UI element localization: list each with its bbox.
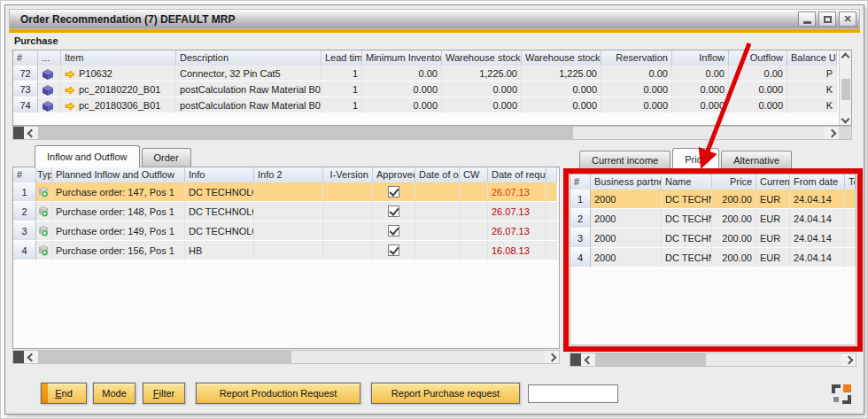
items-row[interactable]: 73 pc_20180220_B01 postCalculation Raw M… [13,81,839,97]
order-row[interactable]: 3 Purchase order: 149, Pos 1 DC TECHNOLO… [13,221,559,241]
approved-checkbox[interactable] [388,186,399,198]
approved-checkbox[interactable] [388,244,399,256]
scrollbar-track[interactable] [595,353,841,366]
row-number-cell[interactable]: 1 [13,182,36,202]
price-row[interactable]: 4 2000 DC TECHN 200.00 EUR 24.04.14 [570,248,856,268]
tab-price[interactable]: Price [672,148,719,170]
row-number-cell[interactable]: 73 [13,81,38,97]
scroll-up-button[interactable] [840,50,851,63]
tab-alternative[interactable]: Alternative [721,151,792,170]
link-arrow-icon[interactable] [65,70,75,79]
items-grid: # ... Item Description Lead time Minimum… [12,50,852,126]
row-number-cell[interactable]: 72 [13,66,38,81]
price-horizontal-scrollbar[interactable] [570,353,856,367]
reservation-cell: 0.000 [601,81,672,97]
minimize-button[interactable] [798,12,816,27]
row-number-cell[interactable]: 4 [13,241,36,260]
tab-inflow-and-outflow[interactable]: Inflow and Outflow [35,145,140,167]
tab-order[interactable]: Order [142,148,191,167]
warehouse-stock-cell: 0.000 [522,81,601,97]
purchase-order-icon [37,186,50,198]
from-date-cell: 24.04.14 [790,209,845,229]
approved-checkbox[interactable] [388,206,399,217]
business-partner-cell: 2000 [591,190,662,209]
item-cube-icon [42,84,54,97]
items-row[interactable]: 74 pc_20180306_B01 postCalculation Raw M… [13,97,839,113]
scroll-left-button[interactable] [581,353,595,366]
order-row[interactable]: 1 Purchase order: 147, Pos 1 DC TECHNOLO… [13,182,559,202]
screen: Order Recommendation (7) DEFAULT MRP ✕ P… [0,0,868,419]
splitter-handle[interactable] [13,351,24,363]
footer-input[interactable] [528,384,618,403]
min-inventory-cell: 0.00 [362,66,442,81]
scrollbar-track[interactable] [38,351,545,363]
i-version-cell [323,182,373,202]
price-row[interactable]: 2 2000 DC TECHN 200.00 EUR 24.04.14 [570,209,856,229]
scrollbar-thumb[interactable] [38,127,573,139]
scrollbar-thumb[interactable] [38,351,291,363]
row-number-cell[interactable]: 3 [570,229,591,248]
date-of-requirement-cell: 16.08.13 [488,241,546,260]
items-horizontal-scrollbar[interactable] [12,126,852,140]
currency-cell: EUR [756,209,790,229]
items-vertical-scrollbar[interactable] [839,50,851,125]
price-row[interactable]: 3 2000 DC TECHN 200.00 EUR 24.04.14 [570,229,856,248]
col-header-balance-uom: Balance U [787,50,837,66]
i-version-cell [323,241,373,260]
report-production-request-button[interactable]: Report Production Request [196,383,360,404]
row-number-cell[interactable]: 74 [13,97,38,113]
maximize-icon [824,16,832,23]
row-number-cell[interactable]: 3 [13,221,36,241]
window-titlebar[interactable]: Order Recommendation (7) DEFAULT MRP ✕ [9,9,860,29]
check-icon [389,206,399,216]
currency-cell: EUR [756,229,790,248]
from-date-cell: 24.04.14 [790,229,845,248]
scrollbar-thumb[interactable] [841,79,850,100]
scrollbar-track[interactable] [38,127,825,139]
price-cell: 200.00 [712,190,756,209]
orders-horizontal-scrollbar[interactable] [12,350,560,364]
approved-checkbox[interactable] [388,225,399,237]
balance-uom-cell: K [787,81,837,97]
outflow-cell: 0.000 [729,81,787,97]
item-description: Connector, 32 Pin Cat5 [176,66,322,81]
scroll-right-button[interactable] [841,353,856,366]
order-row[interactable]: 4 Purchase order: 156, Pos 1 HB 16.08.13 [13,241,559,260]
close-button[interactable]: ✕ [839,12,856,27]
chevron-left-icon [584,355,593,364]
maximize-button[interactable] [818,12,836,27]
row-number-cell[interactable]: 2 [570,209,591,229]
col-header-warehouse-stock-1: Warehouse stock [442,50,522,66]
row-number-cell[interactable]: 2 [13,202,36,221]
splitter-handle[interactable] [13,127,24,139]
link-arrow-icon[interactable] [65,102,75,111]
end-button[interactable]: End [41,383,87,404]
chevron-right-icon [827,128,836,137]
items-row[interactable]: 72 P10632 Connector, 32 Pin Cat5 1 0.00 … [13,66,839,81]
expand-form-icon[interactable] [832,384,851,404]
link-arrow-icon[interactable] [65,86,75,95]
item-description: postCalculation Raw Material B01 [176,97,322,113]
planned-cell: Purchase order: 149, Pos 1 [52,221,185,241]
mode-button[interactable]: Mode [93,383,136,404]
row-number-cell[interactable]: 1 [570,190,591,209]
scroll-right-button[interactable] [545,351,559,363]
report-purchase-request-button[interactable]: Report Purchase request [371,383,520,404]
name-cell: DC TECHN [662,229,712,248]
row-number-cell[interactable]: 4 [570,248,591,268]
date-of-requirement-cell: 26.07.13 [488,221,546,241]
scroll-left-button[interactable] [24,351,38,363]
scroll-right-button[interactable] [825,127,839,139]
cw-cell [460,202,488,221]
scrollbar-thumb[interactable] [595,353,706,366]
scroll-down-button[interactable] [840,113,851,125]
tab-current-income[interactable]: Current income [579,151,670,170]
order-row[interactable]: 2 Purchase order: 148, Pos 1 DC TECHNOLO… [13,202,559,221]
scroll-left-button[interactable] [24,127,38,139]
col-header-warehouse-stock-2: Warehouse stock [522,50,601,66]
price-row[interactable]: 1 2000 DC TECHN 200.00 EUR 24.04.14 [570,190,856,209]
filter-button[interactable]: Filter [143,383,185,404]
splitter-handle[interactable] [570,353,581,366]
col-header-num: # [570,175,591,190]
warehouse-stock-cell: 0.000 [442,81,522,97]
